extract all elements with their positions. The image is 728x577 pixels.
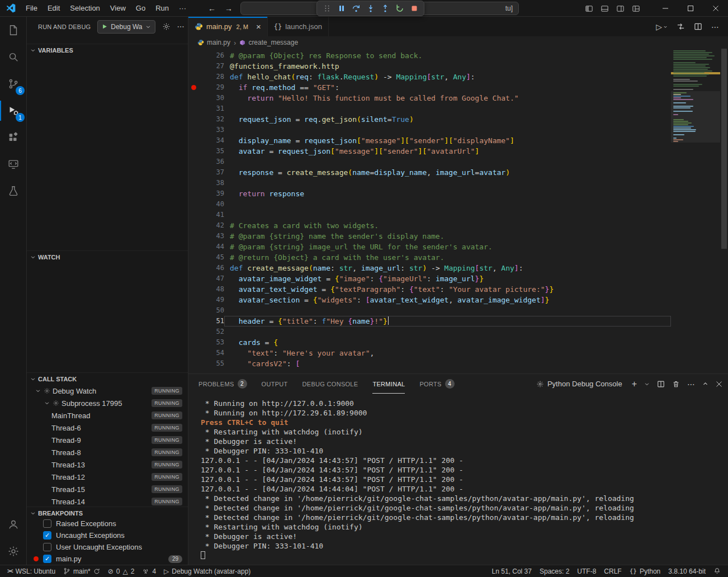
panel-more-actions-icon[interactable]: ⋯ — [687, 380, 695, 389]
pause-icon[interactable] — [335, 2, 348, 15]
watch-section-header[interactable]: WATCH — [27, 250, 188, 263]
close-window-icon[interactable] — [703, 0, 728, 17]
stop-icon[interactable] — [408, 2, 420, 15]
close-tab-icon[interactable]: × — [256, 22, 261, 31]
code-editor[interactable]: 26# @param {Object} res Response to send… — [188, 49, 728, 373]
menu-overflow[interactable]: ··· — [174, 0, 191, 17]
debug-settings-gear-icon[interactable] — [162, 22, 171, 31]
panel-tab-debug-console[interactable]: DEBUG CONSOLE — [302, 374, 358, 394]
breakpoint-checkbox[interactable]: ✓ — [43, 555, 51, 563]
remote-indicator[interactable]: >< WSL: Ubuntu — [3, 565, 59, 577]
kill-terminal-icon[interactable] — [672, 380, 680, 388]
encoding-status[interactable]: UTF-8 — [573, 565, 600, 577]
open-changes-icon[interactable] — [677, 22, 685, 31]
terminal-output[interactable]: * Running on http://127.0.0.1:9000 * Run… — [188, 394, 720, 565]
callstack-row[interactable]: Thread-13RUNNING — [27, 458, 188, 471]
minimize-icon[interactable] — [653, 0, 678, 17]
breadcrumb-symbol[interactable]: create_message — [239, 39, 298, 46]
language-mode-status[interactable]: {} Python — [626, 565, 665, 577]
callstack-row[interactable]: Thread-8RUNNING — [27, 446, 188, 458]
customize-layout-icon[interactable] — [632, 4, 640, 13]
activity-item-testing[interactable] — [0, 178, 27, 205]
activity-item-remote-explorer[interactable] — [0, 151, 27, 178]
editor-scrollbar[interactable] — [720, 49, 728, 373]
panel-tab-ports[interactable]: PORTS4 — [419, 374, 454, 394]
callstack-row[interactable]: MainThreadRUNNING — [27, 409, 188, 422]
variables-section-header[interactable]: VARIABLES — [27, 44, 188, 56]
step-over-icon[interactable] — [349, 2, 362, 15]
menu-edit[interactable]: Edit — [42, 0, 65, 17]
callstack-row[interactable]: Debug WatchRUNNING — [27, 385, 188, 397]
eol-status[interactable]: CRLF — [600, 565, 625, 577]
code-line: 28def hello_chat(req: flask.Request) -> … — [188, 72, 671, 82]
debug-session-status[interactable]: ▷ Debug Watch (avatar-app) — [160, 565, 254, 577]
breakpoint-dot[interactable] — [188, 85, 198, 90]
callstack-row[interactable]: Thread-12RUNNING — [27, 471, 188, 483]
activity-item-explorer[interactable] — [0, 17, 27, 44]
breakpoint-checkbox[interactable] — [43, 519, 51, 528]
menu-go[interactable]: Go — [131, 0, 150, 17]
sidebar-more-actions-icon[interactable]: ⋯ — [177, 22, 185, 31]
line-number: 54 — [198, 348, 224, 358]
restart-icon[interactable] — [393, 2, 406, 15]
breakpoint-row[interactable]: User Uncaught Exceptions — [27, 541, 188, 553]
run-python-file-button[interactable]: ▷ — [656, 22, 668, 31]
breakpoint-row[interactable]: ✓main.py29 — [27, 553, 188, 565]
minimap-line — [673, 57, 707, 58]
toggle-panel-icon[interactable] — [601, 4, 609, 13]
terminal-dropdown-chevron-icon[interactable] — [644, 381, 650, 387]
indentation-status[interactable]: Spaces: 2 — [536, 565, 573, 577]
launch-config-dropdown[interactable]: Debug Wa — [97, 20, 155, 34]
menu-selection[interactable]: Selection — [65, 0, 105, 17]
activity-item-search[interactable] — [0, 44, 27, 70]
split-editor-icon[interactable] — [694, 22, 702, 31]
step-into-icon[interactable] — [364, 2, 377, 15]
callstack-row[interactable]: Subprocess 17995RUNNING — [27, 397, 188, 409]
activity-item-extensions[interactable] — [0, 124, 27, 151]
maximize-panel-icon[interactable] — [702, 381, 708, 387]
close-panel-icon[interactable] — [716, 381, 722, 387]
activity-item-run-and-debug[interactable]: 1 — [0, 97, 27, 124]
git-branch-status[interactable]: main* — [59, 565, 104, 577]
python-interpreter-status[interactable]: 3.8.10 64-bit — [664, 565, 710, 577]
notifications-bell[interactable] — [710, 565, 725, 577]
activity-item-source-control[interactable]: 6 — [0, 70, 27, 97]
terminal-profile[interactable]: Python Debug Console — [536, 380, 622, 388]
tab-main-py[interactable]: main.py 2, M × — [188, 17, 268, 36]
new-terminal-icon[interactable]: + — [632, 379, 637, 389]
breadcrumb-file[interactable]: main.py — [197, 39, 230, 46]
callstack-row[interactable]: Thread-15RUNNING — [27, 483, 188, 495]
breakpoint-checkbox[interactable]: ✓ — [43, 531, 51, 540]
call-stack-section-header[interactable]: CALL STACK — [27, 372, 188, 385]
panel-tab-output[interactable]: OUTPUT — [262, 374, 288, 394]
activity-item-accounts[interactable] — [0, 511, 27, 538]
panel-tab-terminal[interactable]: TERMINAL — [372, 374, 405, 394]
menu-run[interactable]: Run — [150, 0, 174, 17]
menu-file[interactable]: File — [21, 0, 42, 17]
drag-handle-icon[interactable] — [320, 2, 333, 15]
step-out-icon[interactable] — [379, 2, 391, 15]
go-forward-icon[interactable]: → — [225, 4, 233, 13]
cursor-position-status[interactable]: Ln 51, Col 37 — [488, 565, 536, 577]
scrollbar-thumb[interactable] — [721, 49, 727, 249]
breakpoint-checkbox[interactable] — [43, 543, 51, 551]
callstack-row[interactable]: Thread-6RUNNING — [27, 422, 188, 434]
editor-more-actions-icon[interactable]: ⋯ — [711, 22, 719, 31]
panel-tab-problems[interactable]: PROBLEMS2 — [198, 374, 247, 394]
menu-view[interactable]: View — [105, 0, 131, 17]
maximize-icon[interactable] — [678, 0, 703, 17]
toggle-secondary-sidebar-icon[interactable] — [616, 4, 625, 13]
callstack-row[interactable]: Thread-14RUNNING — [27, 495, 188, 508]
breakpoint-row[interactable]: ✓Uncaught Exceptions — [27, 529, 188, 541]
ports-status[interactable]: 4 — [138, 565, 160, 577]
toggle-sidebar-icon[interactable] — [585, 4, 593, 13]
problems-status[interactable]: ⊘ 0 △ 2 — [104, 565, 139, 577]
activity-item-settings[interactable] — [0, 538, 27, 565]
split-terminal-icon[interactable] — [657, 380, 665, 388]
minimap[interactable] — [671, 50, 720, 373]
breakpoints-section-header[interactable]: BREAKPOINTS — [27, 507, 188, 519]
go-back-icon[interactable]: ← — [208, 4, 216, 13]
breakpoint-row[interactable]: Raised Exceptions — [27, 518, 188, 529]
tab-launch-json[interactable]: {} launch.json — [268, 17, 329, 36]
callstack-row[interactable]: Thread-9RUNNING — [27, 434, 188, 446]
